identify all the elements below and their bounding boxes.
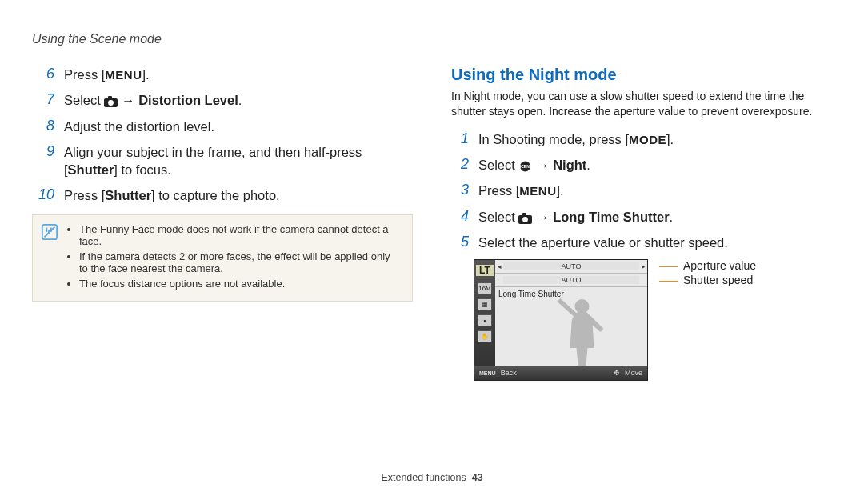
step-text: Select → Distortion Level. bbox=[64, 91, 242, 109]
columns: 6Press [MENU].7Select → Distortion Level… bbox=[32, 66, 832, 381]
step-text: Select → Long Time Shutter. bbox=[478, 208, 673, 226]
svg-point-8 bbox=[523, 217, 529, 222]
step-number: 4 bbox=[451, 208, 469, 226]
mode-label: MODE bbox=[629, 133, 666, 146]
menu-label: MENU bbox=[519, 184, 556, 198]
left-steps: 6Press [MENU].7Select → Distortion Level… bbox=[32, 66, 413, 205]
svg-point-2 bbox=[109, 100, 114, 106]
sidebar-icon-meter: • bbox=[478, 314, 492, 326]
step-number: 9 bbox=[32, 143, 54, 179]
page-footer: Extended functions 43 bbox=[0, 472, 864, 483]
step-number: 1 bbox=[451, 130, 469, 148]
page-header: Using the Scene mode bbox=[32, 32, 832, 46]
chevron-left-icon: ◂ bbox=[495, 262, 503, 270]
step-number: 8 bbox=[32, 118, 54, 135]
aperture-value: AUTO bbox=[503, 262, 639, 270]
footer-section: Extended functions bbox=[381, 472, 466, 483]
step: 10Press [Shutter] to capture the photo. bbox=[32, 186, 413, 204]
step-text: Press [MENU]. bbox=[64, 66, 150, 83]
section-title: Using the Night mode bbox=[451, 66, 832, 84]
step-number: 7 bbox=[32, 91, 54, 109]
step-number: 2 bbox=[451, 156, 469, 174]
camera-screen: LT 16M ▦ • ✋ ◂ AUTO ▸ bbox=[474, 259, 648, 381]
dpad-icon: ✥ bbox=[614, 369, 620, 377]
step-text: Select SCENE → Night. bbox=[478, 156, 590, 174]
callout-aperture: Aperture value bbox=[659, 259, 756, 274]
step: 9Align your subject in the frame, and th… bbox=[32, 143, 413, 179]
right-column: Using the Night mode In Night mode, you … bbox=[451, 66, 832, 381]
callouts: Aperture value Shutter speed bbox=[659, 259, 756, 288]
scene-icon: SCENE bbox=[518, 158, 532, 170]
leader-line bbox=[659, 266, 678, 267]
note-item: The Funny Face mode does not work if the… bbox=[79, 223, 401, 247]
camera-icon bbox=[518, 210, 532, 222]
screen-bottom-bar: MENU Back ✥ Move bbox=[474, 366, 647, 380]
aperture-selector: ◂ AUTO ▸ bbox=[495, 260, 647, 274]
step: 5Select the aperture value or shutter sp… bbox=[451, 234, 832, 251]
note-icon bbox=[41, 223, 58, 241]
step-text: Align your subject in the frame, and the… bbox=[64, 143, 413, 179]
step-text: Press [MENU]. bbox=[478, 182, 564, 199]
screen-main-area: ◂ AUTO ▸ AUTO Long Time Shutter bbox=[495, 260, 647, 366]
step-number: 5 bbox=[451, 234, 469, 251]
note-item: The focus distance options are not avail… bbox=[79, 278, 401, 290]
shutter-value: AUTO bbox=[503, 276, 639, 284]
step: 2Select SCENE → Night. bbox=[451, 156, 832, 174]
step-number: 3 bbox=[451, 182, 469, 199]
footer-page-number: 43 bbox=[472, 472, 483, 483]
back-label: Back bbox=[501, 369, 517, 377]
menu-label: MENU bbox=[105, 68, 142, 82]
left-column: 6Press [MENU].7Select → Distortion Level… bbox=[32, 66, 413, 381]
note-item: If the camera detects 2 or more faces, t… bbox=[79, 250, 401, 274]
step: 6Press [MENU]. bbox=[32, 66, 413, 83]
right-steps: 1In Shooting mode, press [MODE].2Select … bbox=[451, 130, 832, 251]
leader-line bbox=[659, 281, 678, 282]
person-silhouette bbox=[546, 294, 618, 366]
step: 3Press [MENU]. bbox=[451, 182, 832, 199]
step-number: 6 bbox=[32, 66, 54, 83]
svg-rect-7 bbox=[522, 213, 526, 216]
sidebar-icon-quality: ▦ bbox=[478, 298, 492, 310]
chevron-right-icon: ▸ bbox=[639, 262, 647, 270]
shutter-selector: AUTO bbox=[495, 274, 647, 287]
section-intro: In Night mode, you can use a slow shutte… bbox=[451, 89, 832, 119]
step-number: 10 bbox=[32, 186, 54, 204]
screenshot-with-callouts: LT 16M ▦ • ✋ ◂ AUTO ▸ bbox=[474, 259, 832, 381]
camera-icon bbox=[104, 94, 118, 105]
step-text: Press [Shutter] to capture the photo. bbox=[64, 186, 280, 204]
svg-rect-1 bbox=[108, 96, 112, 99]
page: Using the Scene mode 6Press [MENU].7Sele… bbox=[0, 0, 864, 504]
callout-aperture-label: Aperture value bbox=[683, 258, 756, 274]
menu-key-label: MENU bbox=[479, 370, 496, 376]
screen-sidebar: LT 16M ▦ • ✋ bbox=[474, 260, 495, 366]
step-text: In Shooting mode, press [MODE]. bbox=[478, 130, 674, 148]
note-box: The Funny Face mode does not work if the… bbox=[32, 214, 413, 302]
svg-text:SCENE: SCENE bbox=[518, 164, 532, 169]
note-list: The Funny Face mode does not work if the… bbox=[66, 223, 401, 293]
step-text: Select the aperture value or shutter spe… bbox=[478, 234, 728, 251]
sidebar-icon-hand: ✋ bbox=[478, 330, 492, 342]
move-label: Move bbox=[625, 369, 642, 377]
step: 7Select → Distortion Level. bbox=[32, 91, 413, 109]
step: 8Adjust the distortion level. bbox=[32, 118, 413, 135]
callout-shutter-label: Shutter speed bbox=[683, 273, 753, 289]
sidebar-icon-size: 16M bbox=[478, 282, 492, 294]
step: 4Select → Long Time Shutter. bbox=[451, 208, 832, 226]
mode-badge-lt: LT bbox=[476, 265, 494, 276]
step: 1In Shooting mode, press [MODE]. bbox=[451, 130, 832, 148]
callout-shutter: Shutter speed bbox=[659, 274, 756, 288]
step-text: Adjust the distortion level. bbox=[64, 118, 214, 135]
